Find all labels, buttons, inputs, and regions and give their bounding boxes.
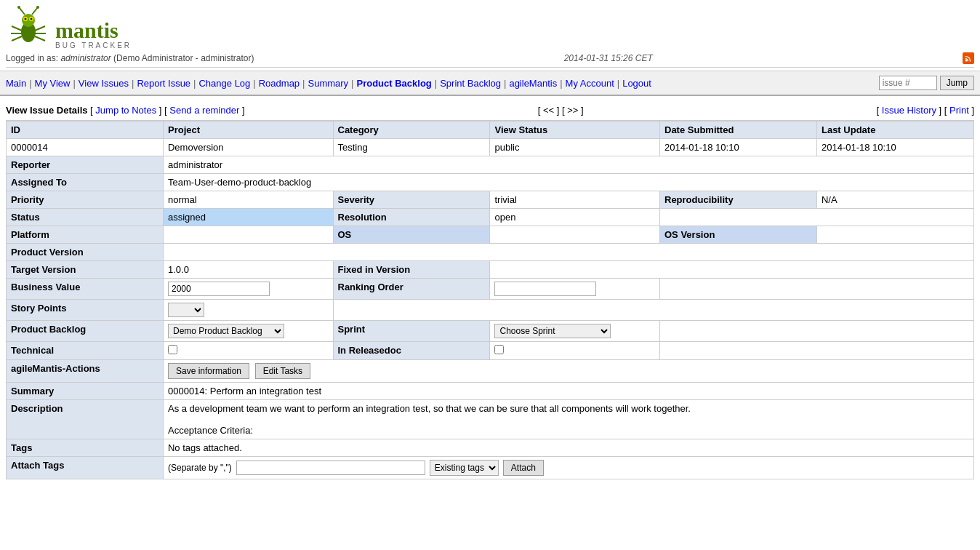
attach-tags-label: Attach Tags (7, 457, 164, 479)
issue-main-row: 0000014 Demoversion Testing public 2014-… (7, 139, 974, 156)
nav-roadmap[interactable]: Roadmap (259, 78, 300, 89)
description-row: Description As a development team we wan… (7, 400, 974, 439)
ranking-order-cell (490, 279, 660, 300)
nav-sprintbacklog[interactable]: Sprint Backlog (440, 78, 501, 89)
issue-viewstatus-value: public (490, 139, 660, 156)
logo-area: mantis BUG TRACKER (6, 4, 974, 49)
acceptance-criteria-text: Acceptance Criteria: (168, 425, 969, 436)
summary-label: Summary (7, 383, 164, 400)
resolution-value: open (490, 209, 660, 226)
search-input[interactable] (879, 76, 937, 90)
svg-line-15 (35, 36, 45, 41)
nav-main[interactable]: Main (6, 78, 26, 89)
story-points-row: Story Points (7, 300, 974, 321)
technical-checkbox[interactable] (168, 345, 177, 354)
svg-line-12 (12, 36, 22, 41)
resolution-label: Resolution (333, 209, 490, 226)
tags-row: Tags No tags attached. (7, 439, 974, 457)
login-label: Logged in as: (6, 53, 60, 63)
save-information-button[interactable]: Save information (168, 363, 249, 379)
product-version-row: Product Version (7, 244, 974, 261)
agilemantis-actions-cell: Save information Edit Tasks (163, 360, 973, 383)
datetime-display: 2014-01-31 15:26 CET (564, 53, 653, 63)
issue-table: ID Project Category View Status Date Sub… (6, 121, 974, 479)
next-issue-link[interactable]: >> (567, 105, 578, 116)
product-backlog-row: Product Backlog Demo Product Backlog Spr… (7, 321, 974, 342)
rss-icon[interactable] (963, 52, 974, 64)
sprint-select[interactable]: Choose Sprint (494, 324, 611, 338)
product-backlog-cell: Demo Product Backlog (163, 321, 333, 342)
business-value-cell (163, 279, 333, 300)
target-version-row: Target Version 1.0.0 Fixed in Version (7, 261, 974, 279)
summary-row: Summary 0000014: Perform an integration … (7, 383, 974, 400)
nav-search-area: Jump (879, 76, 974, 90)
business-value-label: Business Value (7, 279, 164, 300)
svg-point-4 (25, 18, 27, 20)
attach-button[interactable]: Attach (503, 460, 544, 476)
reproducibility-label: Reproducibility (660, 191, 817, 209)
in-releasedoc-checkbox[interactable] (494, 345, 504, 354)
login-username: administrator (60, 53, 111, 63)
login-bar: Logged in as: administrator (Demo Admini… (6, 51, 974, 68)
technical-label: Technical (7, 342, 164, 360)
mantis-logo-icon (6, 4, 51, 49)
nav-changelog[interactable]: Change Log (198, 78, 250, 89)
issue-header-right: [ Issue History ] [ Print ] (877, 105, 974, 116)
fixed-in-version-value (490, 261, 974, 279)
print-link[interactable]: Print (949, 105, 969, 116)
agilemantis-actions-label: agileMantis-Actions (7, 360, 164, 383)
nav-myaccount[interactable]: My Account (566, 78, 614, 89)
agilemantis-actions-row: agileMantis-Actions Save information Edi… (7, 360, 974, 383)
os-value (490, 226, 660, 244)
technical-row: Technical In Releasedoc (7, 342, 974, 360)
reproducibility-value: N/A (816, 191, 973, 209)
description-text: As a development team we want to perform… (168, 403, 969, 414)
summary-value: 0000014: Perform an integration test (163, 383, 973, 400)
nav-myview[interactable]: My View (35, 78, 71, 89)
send-reminder-link[interactable]: Send a reminder (169, 105, 239, 116)
existing-tags-select[interactable]: Existing tags (430, 460, 499, 476)
jump-to-notes-link[interactable]: Jump to Notes (95, 105, 156, 116)
tags-label: Tags (7, 439, 164, 457)
target-version-label: Target Version (7, 261, 164, 279)
os-version-label: OS Version (660, 226, 817, 244)
nav-bar: Main| My View| View Issues| Report Issue… (0, 71, 980, 96)
edit-tasks-button[interactable]: Edit Tasks (255, 363, 310, 379)
issue-header-left: View Issue Details [ Jump to Notes ] [ S… (6, 105, 245, 116)
nav-summary[interactable]: Summary (308, 78, 348, 89)
product-backlog-select[interactable]: Demo Product Backlog (168, 324, 284, 338)
issue-header-bar: View Issue Details [ Jump to Notes ] [ S… (6, 102, 974, 121)
technical-cell (163, 342, 333, 360)
nav-agilemantis[interactable]: agileMantis (509, 78, 557, 89)
nav-reportissue[interactable]: Report Issue (137, 78, 190, 89)
nav-logout[interactable]: Logout (622, 78, 651, 89)
resolution-extra (660, 209, 974, 226)
col-header-last-update: Last Update (816, 121, 973, 139)
attach-tags-hint: (Separate by ",") (168, 463, 232, 473)
sprint-label: Sprint (333, 321, 490, 342)
ranking-order-input[interactable] (494, 282, 596, 296)
nav-viewissues[interactable]: View Issues (79, 78, 129, 89)
issue-nav-center: [ << ] [ >> ] (538, 105, 584, 116)
nav-productbacklog[interactable]: Product Backlog (357, 78, 432, 89)
login-detail: (Demo Administrator - administrator) (111, 53, 254, 63)
assigned-to-row: Assigned To Team-User-demo-product-backl… (7, 174, 974, 191)
in-releasedoc-label: In Releasedoc (333, 342, 490, 360)
story-points-select[interactable] (168, 303, 204, 317)
attach-tags-input[interactable] (236, 461, 425, 475)
reporter-label: Reporter (7, 156, 164, 174)
jump-button[interactable]: Jump (940, 76, 974, 90)
platform-label: Platform (7, 226, 164, 244)
attach-tags-area: (Separate by ",") Existing tags Attach (168, 460, 969, 476)
ranking-order-label: Ranking Order (333, 279, 490, 300)
svg-line-13 (35, 26, 45, 31)
svg-point-5 (31, 18, 33, 20)
sprint-cell: Choose Sprint (490, 321, 660, 342)
assigned-to-label: Assigned To (7, 174, 164, 191)
issue-history-link[interactable]: Issue History (882, 105, 936, 116)
description-label: Description (7, 400, 164, 439)
prev-issue-link[interactable]: << (543, 105, 554, 116)
business-value-input[interactable] (168, 282, 270, 296)
attach-tags-row: Attach Tags (Separate by ",") Existing t… (7, 457, 974, 479)
platform-value (163, 226, 333, 244)
